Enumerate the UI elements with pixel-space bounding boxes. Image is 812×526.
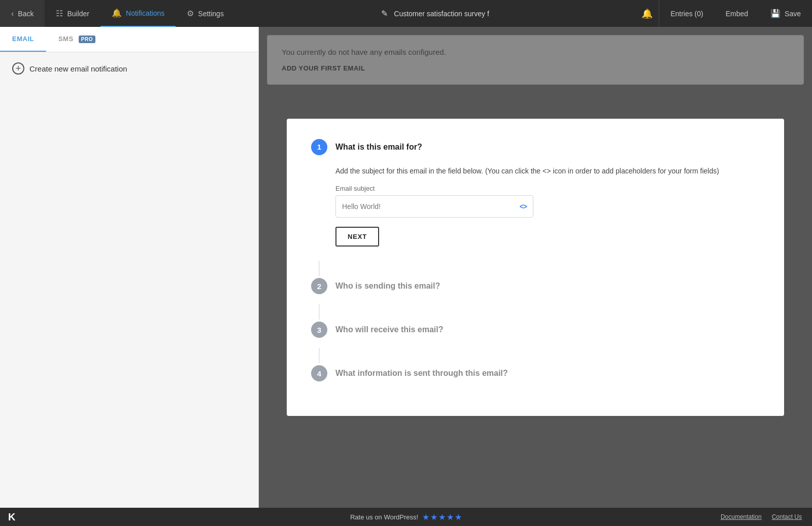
step-1-description: Add the subject for this email in the fi… — [335, 165, 760, 177]
footer-center: Rate us on WordPress! ★ ★ ★ ★ ★ — [350, 512, 462, 522]
nav-right-actions: Entries (0) Embed 💾 Save — [659, 0, 812, 27]
star-2: ★ — [430, 512, 437, 522]
footer-links: Documentation Contact Us — [721, 513, 802, 520]
builder-icon: ☷ — [56, 9, 63, 18]
step-4-title: What information is sent through this em… — [335, 369, 508, 378]
gear-icon: ⚙ — [187, 9, 194, 18]
step-4-header: 4 What information is sent through this … — [311, 365, 760, 381]
back-button[interactable]: ‹ Back — [0, 0, 45, 27]
next-button[interactable]: NEXT — [335, 227, 379, 247]
step-2-header: 2 Who is sending this email? — [311, 278, 760, 294]
step-3-title: Who will receive this email? — [335, 325, 444, 334]
embed-button[interactable]: Embed — [715, 0, 759, 27]
builder-tab[interactable]: ☷ Builder — [45, 0, 100, 27]
top-navigation: ‹ Back ☷ Builder 🔔 Notifications ⚙ Setti… — [0, 0, 812, 27]
step-3-badge: 3 — [311, 322, 327, 338]
save-icon: 💾 — [770, 9, 781, 18]
step-1: 1 What is this email for? Add the subjec… — [311, 139, 760, 247]
email-subject-input[interactable] — [342, 202, 520, 211]
sidebar: EMAIL SMS PRO + Create new email notific… — [0, 27, 259, 508]
back-arrow-icon: ‹ — [11, 9, 14, 18]
footer: K Rate us on WordPress! ★ ★ ★ ★ ★ Docume… — [0, 508, 812, 526]
modal-overlay: 1 What is this email for? Add the subjec… — [259, 27, 812, 508]
pro-badge: PRO — [79, 36, 95, 43]
step-1-content: Add the subject for this email in the fi… — [311, 165, 760, 247]
step-2-badge: 2 — [311, 278, 327, 294]
documentation-link[interactable]: Documentation — [721, 513, 762, 520]
step-1-badge: 1 — [311, 139, 327, 155]
notifications-tab[interactable]: 🔔 Notifications — [100, 0, 176, 27]
step-1-title: What is this email for? — [335, 143, 422, 152]
star-rating: ★ ★ ★ ★ ★ — [422, 512, 462, 522]
step-3-header: 3 Who will receive this email? — [311, 322, 760, 338]
step-divider-3-4 — [319, 348, 320, 363]
rate-text: Rate us on WordPress! — [350, 513, 418, 521]
contact-us-link[interactable]: Contact Us — [772, 513, 802, 520]
settings-tab[interactable]: ⚙ Settings — [176, 0, 235, 27]
star-3: ★ — [438, 512, 446, 522]
email-subject-input-wrapper: <> — [335, 195, 533, 218]
form-title-area: ✎ Customer satisfaction survey f — [235, 9, 635, 18]
step-2: 2 Who is sending this email? — [311, 278, 760, 294]
main-area: EMAIL SMS PRO + Create new email notific… — [0, 27, 812, 508]
star-5: ★ — [455, 512, 462, 522]
step-4: 4 What information is sent through this … — [311, 365, 760, 381]
create-email-button[interactable]: + Create new email notification — [0, 52, 258, 85]
step-3: 3 Who will receive this email? — [311, 322, 760, 338]
notification-bell-icon[interactable]: 🔔 — [641, 8, 653, 19]
sms-tab[interactable]: SMS PRO — [46, 27, 108, 52]
star-4: ★ — [447, 512, 454, 522]
entries-button[interactable]: Entries (0) — [659, 0, 715, 27]
save-button[interactable]: 💾 Save — [759, 0, 812, 27]
k-logo: K — [8, 511, 15, 523]
form-title: Customer satisfaction survey f — [394, 10, 489, 18]
step-divider-2-3 — [319, 304, 320, 320]
edit-icon: ✎ — [381, 9, 388, 18]
field-label-subject: Email subject — [335, 185, 760, 192]
step-4-badge: 4 — [311, 365, 327, 381]
tab-bar: EMAIL SMS PRO — [0, 27, 258, 52]
step-2-title: Who is sending this email? — [335, 282, 440, 291]
bell-outline-icon: 🔔 — [112, 8, 122, 18]
placeholder-icon[interactable]: <> — [520, 202, 527, 211]
step-1-header: 1 What is this email for? — [311, 139, 760, 155]
star-1: ★ — [422, 512, 429, 522]
email-setup-modal: 1 What is this email for? Add the subjec… — [287, 119, 784, 416]
step-divider-1-2 — [319, 261, 320, 276]
plus-icon: + — [12, 62, 24, 75]
content-area: You currently do not have any emails con… — [259, 27, 812, 508]
email-tab[interactable]: EMAIL — [0, 27, 46, 52]
